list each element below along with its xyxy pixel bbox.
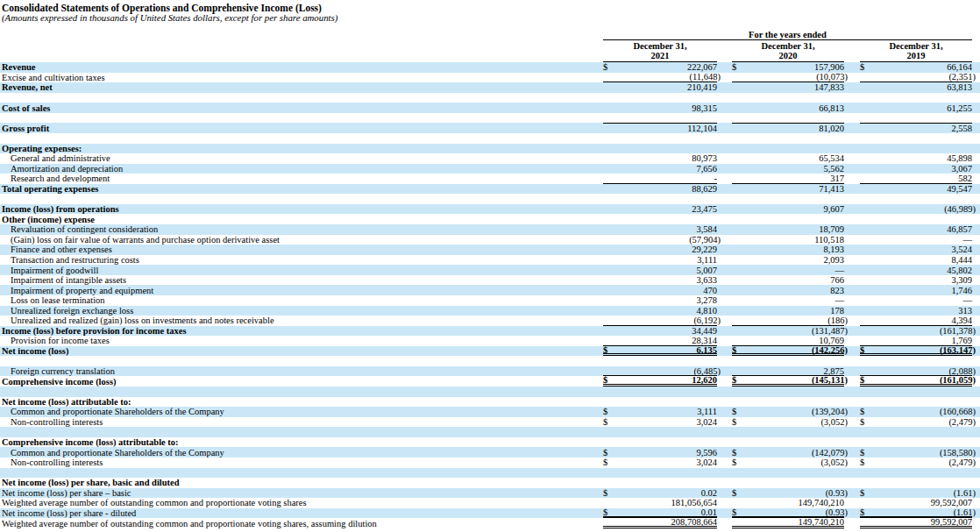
- spacer-row: [0, 133, 980, 144]
- dollar-sign: $: [732, 407, 736, 416]
- row-label: Unrealized and realized (gain) loss on i…: [0, 316, 603, 325]
- table-row: Loss on lease termination3,278——: [0, 295, 980, 306]
- value-cell: $(1.61): [860, 488, 972, 499]
- cell-value: 99,592,007: [931, 517, 972, 527]
- cell-value: 3,111: [697, 407, 717, 416]
- cell-value: 210,419: [687, 82, 717, 92]
- row-label: (Gain) loss on fair value of warrants an…: [0, 235, 603, 245]
- cell-value: 470: [703, 286, 717, 295]
- column-header-year: 2020: [732, 51, 844, 60]
- value-cell: [860, 437, 972, 448]
- value-cell: 81,020: [732, 123, 844, 133]
- cell-value: 2,558: [951, 124, 972, 133]
- cell-value: 1,769: [951, 336, 972, 345]
- dollar-sign: $: [732, 458, 736, 467]
- value-cell: [603, 427, 717, 437]
- cell-value: 18,709: [819, 224, 844, 234]
- cell-value: 4,810: [696, 306, 717, 316]
- table-row: Revaluation of contingent consideration3…: [0, 224, 980, 235]
- cell-value: 147,833: [814, 82, 844, 92]
- cell-value: (3,052): [820, 458, 848, 467]
- cell-value: 110,518: [814, 235, 844, 245]
- value-cell: 1,746: [860, 285, 972, 295]
- table-row: Cost of sales98,31566,81361,255: [0, 103, 980, 113]
- value-cell: 7,656: [603, 164, 717, 174]
- table-row: Comprehensive income (loss) attributable…: [0, 437, 980, 448]
- table-row: Amortization and depreciation7,6565,5623…: [0, 164, 980, 174]
- table-row: Net income (loss) per share – basic$0.02…: [0, 488, 980, 499]
- value-cell: [732, 468, 844, 479]
- value-cell: 3,278: [603, 295, 717, 306]
- value-cell: 3,524: [860, 245, 972, 255]
- value-cell: 2,558: [860, 123, 972, 133]
- dollar-sign: $: [732, 507, 736, 517]
- column-header-2019: December 31, 2019: [860, 41, 972, 62]
- dollar-sign: $: [603, 448, 607, 458]
- value-cell: [860, 144, 972, 154]
- cell-value: 149,740,210: [799, 498, 845, 507]
- cell-value: 3,067: [951, 164, 972, 174]
- row-label: General and administrative: [0, 153, 603, 163]
- cell-value: 10,769: [819, 336, 844, 345]
- cell-value: 112,104: [687, 124, 717, 133]
- cell-value: (160,668): [940, 407, 976, 416]
- table-row: Revenue, net210,419147,83363,813: [0, 82, 980, 93]
- cell-value: —: [835, 295, 845, 305]
- cell-value: (0.93): [826, 488, 848, 498]
- value-cell: $9,596: [603, 447, 717, 458]
- cell-value: (3,052): [820, 417, 848, 427]
- statement-subtitle: (Amounts expressed in thousands of Unite…: [0, 13, 980, 23]
- cell-value: 823: [830, 286, 844, 295]
- table-row: Non-controlling interests$3,024$(3,052)$…: [0, 417, 980, 428]
- value-cell: [860, 468, 972, 479]
- dollar-sign: $: [732, 62, 736, 72]
- column-header-line1: December 31,: [732, 41, 844, 51]
- value-cell: 470: [603, 285, 717, 295]
- value-cell: [860, 194, 972, 204]
- value-cell: 112,104: [603, 123, 717, 133]
- cell-value: (2,479): [948, 458, 976, 467]
- value-cell: 823: [732, 285, 844, 295]
- dollar-sign: $: [603, 458, 607, 467]
- dollar-sign: $: [860, 345, 864, 355]
- spacer-row: [0, 387, 980, 397]
- cell-value: (46,989): [944, 204, 976, 214]
- table-row: Unrealized foreign exchange loss4,810178…: [0, 306, 980, 316]
- spacer-row: [0, 356, 980, 366]
- value-cell: [603, 133, 717, 144]
- row-label: Gross profit: [0, 124, 603, 133]
- table-row: Impairment of intangible assets3,6337663…: [0, 275, 980, 286]
- value-cell: 34,449: [603, 326, 717, 337]
- value-cell: 29,229: [603, 245, 717, 255]
- cell-value: 8,444: [951, 255, 972, 265]
- table-row: Impairment of goodwill5,007—45,802: [0, 265, 980, 275]
- value-cell: $(3,052): [732, 458, 844, 468]
- value-cell: 99,592,007: [860, 518, 972, 528]
- value-cell: -: [603, 174, 717, 184]
- period-header-row: For the years ended: [0, 30, 980, 40]
- row-label: Unrealized foreign exchange loss: [0, 306, 603, 316]
- cell-value: 6,135: [696, 345, 717, 355]
- cell-value: 3,024: [696, 417, 717, 427]
- value-cell: (46,989): [860, 204, 972, 215]
- dollar-sign: $: [603, 345, 607, 355]
- dollar-sign: $: [603, 488, 607, 498]
- value-cell: $3,111: [603, 407, 717, 417]
- cell-value: (142,079): [812, 448, 848, 458]
- cell-value: 65,534: [819, 153, 844, 163]
- row-label: Common and proportionate Shareholders of…: [0, 407, 603, 416]
- table-row: Common and proportionate Shareholders of…: [0, 407, 980, 417]
- value-cell: $(3,052): [732, 417, 844, 428]
- value-cell: 5,562: [732, 164, 844, 174]
- value-cell: $0.02: [603, 488, 717, 499]
- cell-value: 4,394: [951, 316, 972, 325]
- cell-value: 29,229: [692, 245, 717, 254]
- value-cell: $(139,204): [732, 407, 844, 417]
- value-cell: 98,315: [603, 103, 717, 113]
- cell-value: 3,584: [696, 224, 717, 234]
- value-cell: 45,898: [860, 153, 972, 164]
- table-row: Finance and other expenses29,2298,1933,5…: [0, 245, 980, 255]
- row-label: Cost of sales: [0, 103, 603, 113]
- value-cell: 49,547: [860, 184, 972, 195]
- value-cell: 178: [732, 306, 844, 316]
